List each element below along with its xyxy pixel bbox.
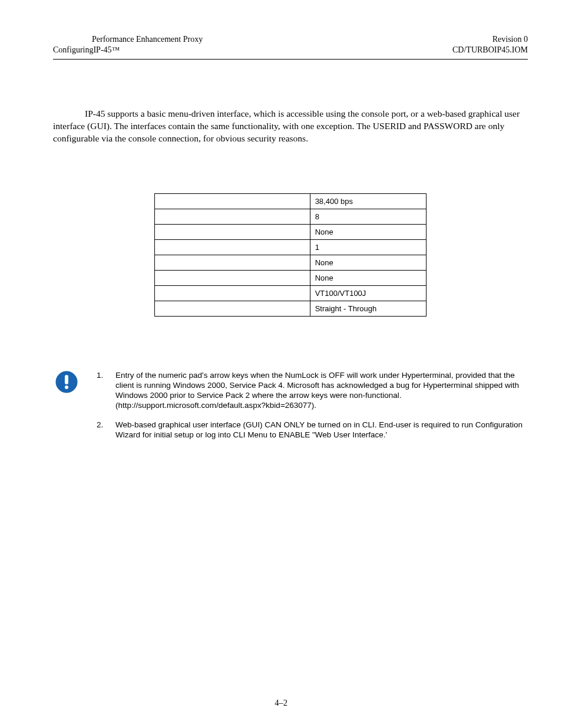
table-row: 8 (155, 209, 427, 225)
table-row: 38,400 bps (155, 194, 427, 209)
table-cell-label (155, 225, 310, 240)
note-text: Entry of the numeric pad's arrow keys wh… (115, 371, 528, 411)
header-title: Performance Enhancement Proxy (53, 34, 203, 45)
table-cell-label (155, 301, 310, 317)
table-row: Straight - Through (155, 301, 427, 317)
table-cell-value: None (310, 271, 426, 286)
page-number: 4–2 (0, 698, 562, 708)
table-row: VT100/VT100J (155, 286, 427, 301)
header-left: Performance Enhancement Proxy Configurin… (53, 34, 203, 55)
header-subtitle: ConfiguringIP-45™ (53, 45, 203, 55)
table-cell-label (155, 194, 310, 209)
important-icon (53, 371, 97, 393)
table-cell-label (155, 271, 310, 286)
svg-rect-1 (65, 375, 68, 384)
table-cell-value: VT100/VT100J (310, 286, 426, 301)
note-text: Web-based graphical user interface (GUI)… (115, 420, 528, 440)
table-cell-value: 38,400 bps (310, 194, 426, 209)
settings-table: 38,400 bps 8 None 1 None None VT100/VT10… (154, 193, 427, 317)
table-row: None (155, 225, 427, 240)
table-row: None (155, 255, 427, 271)
note-item: 1. Entry of the numeric pad's arrow keys… (97, 371, 528, 411)
intro-paragraph: IP-45 supports a basic menu-driven inter… (53, 108, 528, 145)
table-cell-value: None (310, 255, 426, 271)
notes-block: 1. Entry of the numeric pad's arrow keys… (53, 371, 528, 449)
table-cell-label (155, 286, 310, 301)
header-subtitle-a: Configuring (53, 45, 93, 54)
table-cell-value: 1 (310, 240, 426, 255)
table-cell-label (155, 255, 310, 271)
table-row: None (155, 271, 427, 286)
table-cell-value: 8 (310, 209, 426, 225)
table-cell-value: None (310, 225, 426, 240)
document-page: Performance Enhancement Proxy Configurin… (0, 0, 562, 728)
table-cell-label (155, 209, 310, 225)
header-right: Revision 0 CD/TURBOIP45.IOM (452, 34, 528, 55)
svg-point-2 (65, 386, 68, 389)
notes-list: 1. Entry of the numeric pad's arrow keys… (97, 371, 528, 449)
note-number: 2. (97, 420, 115, 440)
header-revision: Revision 0 (452, 34, 528, 45)
table-cell-value: Straight - Through (310, 301, 426, 317)
page-header: Performance Enhancement Proxy Configurin… (53, 34, 528, 60)
note-number: 1. (97, 371, 115, 411)
header-subtitle-b: IP-45™ (93, 45, 120, 54)
table-row: 1 (155, 240, 427, 255)
header-doc-id: CD/TURBOIP45.IOM (452, 45, 528, 55)
table-cell-label (155, 240, 310, 255)
note-item: 2. Web-based graphical user interface (G… (97, 420, 528, 440)
